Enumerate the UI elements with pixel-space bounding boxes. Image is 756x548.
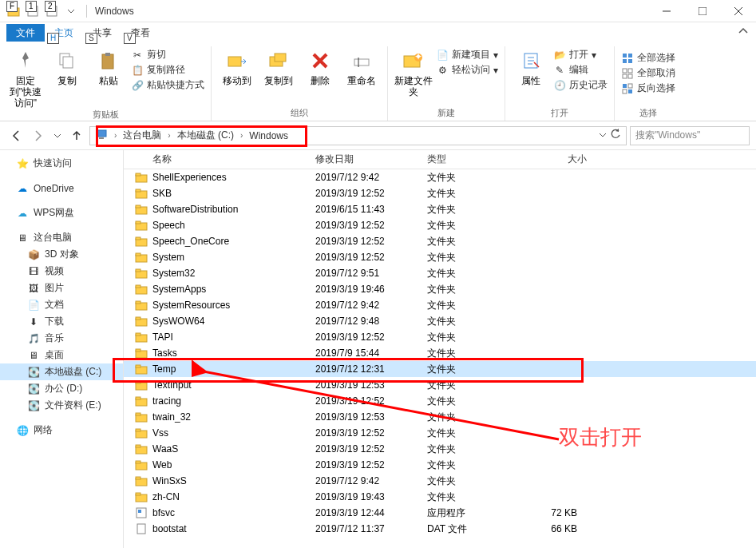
file-row[interactable]: SysWOW642019/7/12 9:48文件夹 — [124, 313, 756, 329]
qat-button-2[interactable]: 2 — [43, 2, 61, 20]
file-row[interactable]: Speech2019/3/19 12:52文件夹 — [124, 217, 756, 233]
folder-icon — [135, 459, 148, 471]
back-button[interactable] — [6, 126, 26, 145]
chevron-right-icon[interactable]: › — [240, 131, 243, 140]
chevron-right-icon[interactable]: › — [114, 131, 117, 140]
file-row[interactable]: SKB2019/3/19 12:52文件夹 — [124, 185, 756, 201]
selectnone-button[interactable]: 全部取消 — [621, 66, 675, 80]
close-button[interactable] — [720, 0, 756, 22]
address-dropdown[interactable] — [599, 130, 607, 141]
copypath-button[interactable]: 📋复制路径 — [131, 63, 204, 77]
file-row[interactable]: Temp2019/7/12 12:31文件夹 — [124, 361, 756, 377]
breadcrumb-1[interactable]: 本地磁盘 (C:) — [177, 129, 234, 142]
sidebar-cdrive[interactable]: 💽本地磁盘 (C:) — [0, 363, 123, 380]
svg-rect-48 — [136, 253, 141, 256]
breadcrumb-2[interactable]: Windows — [249, 130, 288, 141]
open-button[interactable]: 📂打开▾ — [553, 48, 608, 62]
qat-dropdown[interactable] — [62, 2, 80, 20]
history-button[interactable]: 🕘历史记录 — [553, 78, 608, 92]
folder-icon — [135, 443, 148, 455]
col-size[interactable]: 大小 — [515, 153, 587, 166]
newitem-button[interactable]: 📄新建项目▾ — [436, 48, 498, 62]
tab-file[interactable]: 文件 — [6, 24, 45, 42]
file-row[interactable]: SystemApps2019/3/19 19:46文件夹 — [124, 281, 756, 297]
tab-home[interactable]: 主页H — [45, 24, 83, 42]
file-row[interactable]: Vss2019/3/19 12:52文件夹 — [124, 425, 756, 441]
copyto-button[interactable]: 复制到 — [259, 46, 298, 86]
sidebar-pictures[interactable]: 🖼图片 — [0, 280, 123, 296]
svg-rect-12 — [228, 57, 241, 66]
sidebar-downloads[interactable]: ⬇下载 — [0, 313, 123, 330]
file-row[interactable]: tracing2019/3/19 12:52文件夹 — [124, 393, 756, 409]
search-input[interactable]: 搜索"Windows" — [630, 126, 750, 145]
breadcrumb-0[interactable]: 这台电脑 — [123, 129, 161, 142]
sidebar-documents[interactable]: 📄文档 — [0, 296, 123, 313]
file-row[interactable]: System322019/7/12 9:51文件夹 — [124, 265, 756, 281]
file-row[interactable]: WaaS2019/3/19 12:52文件夹 — [124, 441, 756, 457]
file-row[interactable]: Tasks2019/7/9 15:44文件夹 — [124, 345, 756, 361]
moveto-button[interactable]: 移动到 — [218, 46, 256, 86]
folder-icon — [135, 283, 148, 296]
file-row[interactable]: twain_322019/3/19 12:53文件夹 — [124, 409, 756, 425]
cube-icon: 📦 — [27, 248, 40, 261]
forward-button[interactable] — [29, 126, 48, 145]
ribbon-collapse[interactable] — [730, 23, 756, 42]
pc-icon: 🖥 — [16, 232, 29, 244]
chevron-right-icon[interactable]: › — [168, 131, 170, 140]
sidebar-pc[interactable]: 🖥这台电脑 — [0, 229, 123, 246]
easyaccess-button[interactable]: ⚙轻松访问▾ — [436, 63, 498, 77]
selectall-button[interactable]: 全部选择 — [621, 51, 675, 65]
maximize-button[interactable] — [684, 0, 720, 22]
file-row[interactable]: zh-CN2019/3/19 19:43文件夹 — [124, 489, 756, 505]
sidebar-ddrive[interactable]: 💽办公 (D:) — [0, 380, 123, 397]
sidebar-videos[interactable]: 🎞视频 — [0, 263, 123, 280]
sidebar-music[interactable]: 🎵音乐 — [0, 330, 123, 347]
sidebar-network[interactable]: 🌐网络 — [0, 422, 123, 439]
qat-button-1[interactable]: 1 — [24, 2, 42, 20]
file-row[interactable]: bootstat2019/7/12 11:37DAT 文件66 KB — [124, 521, 756, 537]
tab-view[interactable]: 查看V — [121, 24, 160, 42]
properties-button[interactable]: 属性 — [512, 46, 550, 86]
delete-button[interactable]: 删除 — [301, 46, 339, 86]
invertselect-button[interactable]: 反向选择 — [621, 81, 675, 95]
copy-button[interactable]: 复制 — [48, 46, 86, 86]
sidebar-quickaccess[interactable]: ⭐快速访问 — [0, 155, 123, 172]
file-row[interactable]: Web2019/3/19 12:52文件夹 — [124, 457, 756, 473]
file-row[interactable]: SystemResources2019/7/12 9:42文件夹 — [124, 297, 756, 313]
col-name[interactable]: 名称 — [124, 153, 315, 166]
pin-quickaccess-button[interactable]: 固定到"快速访问" — [6, 46, 45, 109]
rename-button[interactable]: 重命名 — [342, 46, 381, 86]
sidebar-onedrive[interactable]: ☁OneDrive — [0, 180, 123, 197]
file-row[interactable]: bfsvc2019/3/19 12:44应用程序72 KB — [124, 505, 756, 521]
file-date: 2019/3/19 12:52 — [315, 252, 427, 263]
file-row[interactable]: WinSxS2019/7/12 9:42文件夹 — [124, 473, 756, 489]
pasteshortcut-button[interactable]: 🔗粘贴快捷方式 — [131, 78, 204, 92]
file-date: 2019/7/12 9:42 — [315, 475, 427, 486]
cut-button[interactable]: ✂剪切 — [131, 48, 204, 62]
refresh-button[interactable] — [610, 129, 621, 142]
file-row[interactable]: TextInput2019/3/19 12:53文件夹 — [124, 377, 756, 393]
sidebar-wps[interactable]: ☁WPS网盘 — [0, 205, 123, 221]
newfolder-button[interactable]: ✦新建文件夹 — [394, 46, 433, 97]
file-row[interactable]: ShellExperiences2019/7/12 9:42文件夹 — [124, 169, 756, 185]
up-button[interactable] — [67, 126, 86, 145]
tab-share[interactable]: 共享S — [83, 24, 121, 42]
edit-button[interactable]: ✎编辑 — [553, 63, 608, 77]
file-explorer-icon[interactable]: F — [5, 2, 22, 20]
file-name: bfsvc — [152, 507, 175, 518]
col-type[interactable]: 类型 — [427, 153, 515, 166]
recent-dropdown[interactable] — [51, 126, 64, 145]
minimize-button[interactable] — [648, 0, 684, 22]
sidebar-edrive[interactable]: 💽文件资料 (E:) — [0, 397, 123, 414]
paste-button[interactable]: 粘贴 — [89, 46, 128, 86]
address-bar[interactable]: › 这台电脑 › 本地磁盘 (C:) › Windows — [89, 126, 627, 145]
svg-rect-68 — [136, 413, 141, 415]
sidebar-3dobjects[interactable]: 📦3D 对象 — [0, 246, 123, 263]
col-date[interactable]: 修改日期 — [315, 153, 427, 166]
file-row[interactable]: TAPI2019/3/19 12:52文件夹 — [124, 329, 756, 345]
sidebar-desktop[interactable]: 🖥桌面 — [0, 347, 123, 363]
file-row[interactable]: System2019/3/19 12:52文件夹 — [124, 249, 756, 265]
folder-icon — [135, 347, 148, 359]
file-row[interactable]: Speech_OneCore2019/3/19 12:52文件夹 — [124, 233, 756, 249]
file-row[interactable]: SoftwareDistribution2019/6/15 11:43文件夹 — [124, 201, 756, 217]
